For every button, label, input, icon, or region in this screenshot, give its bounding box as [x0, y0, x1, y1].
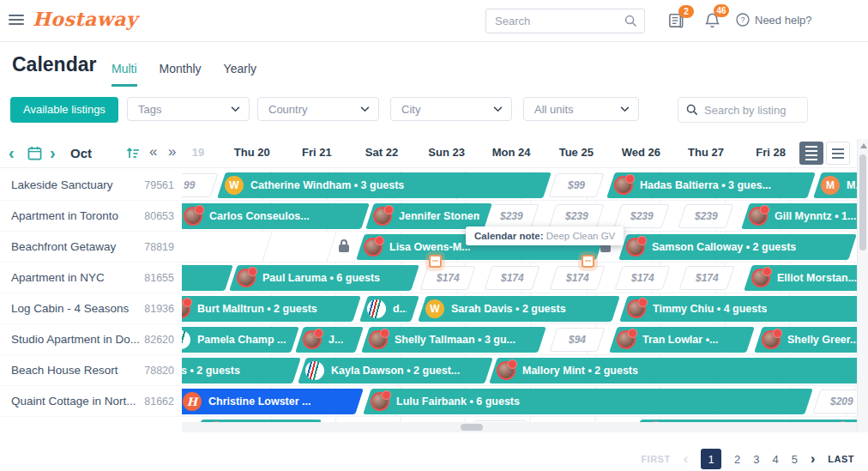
grid-row: HChristine Lowster ...Lulu Fairbank • 6 … — [182, 386, 858, 417]
grid-view-toggles — [799, 142, 850, 165]
pagination-page-4[interactable]: 4 — [772, 453, 778, 466]
rate-cell[interactable]: $239 — [613, 204, 669, 228]
chevron-down-icon — [231, 106, 240, 112]
reservation-bar[interactable]: Mallory Mint • 2 guests — [489, 358, 858, 383]
guest-avatar — [617, 330, 636, 349]
reservation-bar[interactable]: Carlos Conseulos... — [182, 203, 370, 229]
rate-value: $174 — [696, 272, 719, 284]
note-icon[interactable] — [429, 255, 442, 268]
fast-forward-icon[interactable]: » — [168, 143, 176, 160]
reservation-bar[interactable]: Pamela Champ ... — [182, 327, 299, 353]
reservation-bar[interactable]: Shelly Greer... — [754, 327, 858, 353]
vertical-scroll-thumb[interactable] — [859, 154, 866, 251]
listing-row[interactable]: Quaint Cottage in Nort...81662 — [0, 386, 182, 417]
listing-row[interactable]: Lakeside Sanctuary79561 — [0, 170, 182, 201]
guest-avatar — [364, 238, 383, 257]
reservation-bar[interactable]: Burt Malltrun • 2 guests — [182, 296, 361, 322]
note-icon[interactable] — [582, 255, 594, 268]
reservation-bar[interactable]: Tran Lowlar •... — [609, 327, 755, 353]
rate-cell[interactable]: $174 — [484, 266, 539, 290]
rate-cell[interactable]: $239 — [483, 204, 539, 228]
reservation-bar[interactable]: Samson Calloway • 2 guests — [618, 234, 857, 260]
rate-cell[interactable]: $174 — [678, 266, 734, 290]
pagination-last[interactable]: LAST — [828, 454, 854, 464]
listing-row[interactable]: Apartment in NYC81655 — [0, 263, 182, 293]
reservation-bar[interactable]: WCatherine Windham • 3 guests — [217, 172, 552, 198]
rate-cell[interactable]: $174 — [549, 266, 605, 290]
horizontal-scrollbar[interactable] — [182, 422, 857, 432]
reservation-bar[interactable]: d... — [359, 296, 419, 322]
compact-view-toggle[interactable] — [799, 142, 823, 165]
reservation-content: Timmy Chiu • 4 guests — [624, 296, 858, 322]
pagination-page-2[interactable]: 2 — [734, 453, 740, 466]
vertical-scrollbar[interactable] — [857, 139, 868, 432]
filter-dropdown-city[interactable]: City — [390, 97, 512, 121]
horizontal-scroll-thumb[interactable] — [461, 424, 483, 431]
notifications-badge: 46 — [714, 4, 729, 17]
reservation-label: Elliot Morstan... — [777, 272, 857, 284]
filter-dropdown-tags[interactable]: Tags — [127, 97, 250, 121]
rate-value: $239 — [695, 210, 718, 222]
rate-cell[interactable]: $209 — [812, 389, 858, 414]
reservation-bar[interactable] — [182, 265, 233, 291]
prev-month-chevron[interactable]: ‹ — [9, 141, 15, 165]
global-search-input[interactable] — [486, 9, 644, 33]
dropdown-label: Tags — [138, 103, 161, 116]
reservation-bar[interactable]: Elliot Morstan... — [744, 265, 858, 291]
guest-avatar — [182, 299, 190, 318]
pagination-next[interactable]: › — [811, 451, 815, 467]
reservation-bar[interactable]: MM... — [813, 172, 858, 198]
hostaway-logo[interactable]: Hostaway — [33, 8, 137, 30]
pagination-first[interactable]: FIRST — [641, 454, 670, 464]
listing-row[interactable]: Studio Apartment in Do...82620 — [0, 324, 182, 355]
tab-multi[interactable]: Multi — [112, 62, 137, 87]
guest-avatar — [614, 176, 633, 195]
filter-dropdown-all-units[interactable]: All units — [523, 97, 639, 121]
listing-row[interactable]: Apartment in Toronto80653 — [0, 201, 182, 232]
reservation-bar[interactable]: Hadas Baltierra • 3 gues... — [606, 172, 816, 198]
listing-row[interactable]: Beach House Resort78820 — [0, 355, 182, 386]
listing-name: Apartment in NYC — [0, 271, 144, 284]
sort-icon[interactable] — [125, 145, 141, 160]
reservation-bar[interactable]: HChristine Lowster ... — [182, 389, 364, 414]
rate-cell[interactable]: $99 — [548, 173, 604, 197]
filter-dropdown-country[interactable]: Country — [257, 97, 379, 121]
hamburger-menu-icon[interactable] — [9, 15, 24, 27]
pagination-prev[interactable]: ‹ — [684, 451, 688, 467]
available-listings-button[interactable]: Available listings — [10, 97, 118, 123]
pagination-page-1[interactable]: 1 — [701, 449, 721, 469]
relaxed-view-toggle[interactable] — [826, 142, 850, 165]
listing-row[interactable]: Beachfront Getaway78819 — [0, 232, 182, 263]
reservation-bar[interactable]: Jennifer Stonem... — [365, 203, 492, 229]
channel-avatar — [182, 330, 190, 349]
reservation-bar[interactable]: Timmy Chiu • 4 guests — [619, 296, 858, 322]
reservation-bar[interactable]: ks • 2 guests — [182, 358, 301, 383]
listing-row[interactable]: Log Cabin - 4 Seasons81936 — [0, 293, 182, 324]
rate-cell[interactable]: $174 — [614, 266, 670, 290]
tab-yearly[interactable]: Yearly — [224, 62, 256, 87]
reservation-bar[interactable]: Paul Laruma • 6 guests — [229, 265, 419, 291]
reservation-bar[interactable]: Kayla Dawson • 2 guest... — [298, 358, 493, 383]
channel-avatar — [367, 299, 386, 318]
reservation-bar[interactable]: Shelly Tallmaan • 3 gu... — [361, 327, 546, 353]
rate-cell[interactable]: $239 — [548, 204, 604, 228]
fast-back-icon[interactable]: « — [149, 143, 157, 160]
tab-monthly[interactable]: Monthly — [160, 62, 202, 87]
reservation-bar[interactable]: WSarah Davis • 2 guests — [418, 296, 620, 322]
reservation-content: Jennifer Stonem... — [370, 203, 488, 229]
reservation-bar[interactable]: J... — [295, 327, 364, 353]
rate-cell[interactable]: $239 — [678, 204, 733, 228]
rate-cell[interactable]: $174 — [419, 266, 475, 290]
partial-day-label: 19 — [182, 146, 214, 159]
calendar-icon[interactable] — [27, 146, 42, 160]
updates-badge: 2 — [678, 5, 694, 18]
lock-icon[interactable] — [338, 239, 350, 253]
need-help-button[interactable]: ? Need help? — [736, 13, 812, 27]
rate-cell[interactable]: $94 — [549, 328, 605, 352]
reservation-bar[interactable]: Lulu Fairbank • 6 guests — [363, 389, 813, 414]
reservation-bar[interactable]: Gill Mynntz • 1... — [741, 203, 858, 229]
pagination-page-3[interactable]: 3 — [753, 453, 759, 466]
scroll-up-arrow[interactable] — [860, 143, 867, 148]
pagination-page-5[interactable]: 5 — [792, 453, 798, 466]
next-month-chevron[interactable]: › — [50, 141, 56, 165]
